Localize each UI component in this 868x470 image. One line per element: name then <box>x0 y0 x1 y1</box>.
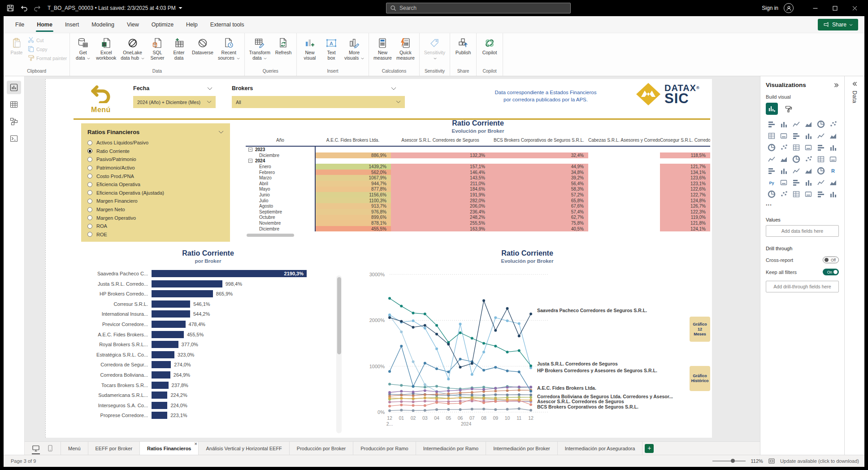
ribbon-excel-workbook-button[interactable]: XExcelworkbook <box>94 35 118 61</box>
menu-tab-help[interactable]: Help <box>180 16 204 33</box>
ribbon-copy-button[interactable]: Copy <box>28 46 67 53</box>
minimize-button[interactable] <box>805 0 825 16</box>
ribbon-refresh-button[interactable]: Refresh <box>273 35 294 61</box>
ribbon-transform-data-button[interactable]: Transformdata <box>247 35 272 61</box>
menu-button-label[interactable]: Menú <box>84 106 117 114</box>
ratio-corriente-bar-chart[interactable]: Ratio Corriente por Broker Saavedra Pach… <box>74 249 342 437</box>
page-tab-intermediaci-n-por-ramo[interactable]: Intermediación por Ramo <box>416 442 486 455</box>
menu-tab-modeling[interactable]: Modeling <box>85 16 121 33</box>
fit-to-page-icon[interactable] <box>768 458 775 464</box>
ratio-corriente-matrix[interactable]: Ratio Corriente Evolución por Broker Año… <box>246 119 710 237</box>
kpi-icon[interactable] <box>778 165 790 176</box>
page-tab-producci-n-por-ramo[interactable]: Producción por Ramo <box>353 442 416 455</box>
matrix-h-scrollbar[interactable] <box>246 233 710 237</box>
treemap-icon[interactable] <box>828 142 839 152</box>
grafico-historico-button[interactable]: GráficoHistórico <box>690 366 710 391</box>
menu-tab-home[interactable]: Home <box>30 16 59 33</box>
area-chart-icon[interactable] <box>778 131 790 141</box>
bar-row[interactable]: Royal Brokers S.R.L...377,0% <box>74 341 342 348</box>
key-influencers-icon[interactable] <box>778 177 790 187</box>
add-drill-through-fields-well[interactable]: Add drill-through fields here <box>766 281 839 292</box>
100-stacked-column-chart-icon[interactable] <box>828 119 839 129</box>
brokers-collapse-icon[interactable] <box>391 87 396 91</box>
ribbon-recent-sources-button[interactable]: Recentsources <box>216 35 242 61</box>
paginated-report-icon[interactable] <box>766 189 777 199</box>
radio-option-eficiencia-operativa-ajustada[interactable]: Eficiencia Operativa (Ajustada) <box>87 189 224 197</box>
radio-option-margen-financiero[interactable]: Margen Financiero <box>87 197 224 205</box>
get-more-visuals-icon[interactable] <box>828 189 839 199</box>
page-tab-intermediaci-n-por-aseguradora[interactable]: Intermediación por Aseguradora <box>558 442 643 455</box>
radio-option-margen-operativo[interactable]: Margen Operativo <box>87 213 224 222</box>
menu-tab-insert[interactable]: Insert <box>59 16 85 33</box>
page-tab-an-lisis-vertical-y-horizontal-eeff[interactable]: Análisis Vertical y Horizontal EEFF <box>199 442 289 455</box>
page-tab-eeff-por-broker[interactable]: EEFF por Broker <box>88 442 140 455</box>
line-and-stacked-column-chart-icon[interactable] <box>803 131 814 141</box>
line-and-clustered-column-chart-icon[interactable] <box>815 131 826 141</box>
bar-row[interactable]: International Insura...544,2% <box>74 310 342 318</box>
bar-row[interactable]: Corredora Boliviana...264,9% <box>74 371 342 379</box>
dax-query-view-button[interactable] <box>7 132 21 145</box>
radio-option-roe[interactable]: ROE <box>87 231 224 239</box>
ribbon-paste-button[interactable]: Paste <box>6 35 27 57</box>
fecha-slicer-value[interactable]: 2024 (Año) + Diciembre (Mes) <box>133 96 216 108</box>
format-visual-tab[interactable] <box>782 103 794 115</box>
bar-row[interactable]: Sudamericana S.R.L...224,2% <box>74 392 342 399</box>
cross-report-toggle[interactable]: Off <box>823 257 839 263</box>
radio-option-eficiencia-operativa[interactable]: Eficiencia Operativa <box>87 180 224 189</box>
bar-row[interactable]: HP Brokers Corredo...865,9% <box>74 290 342 297</box>
page-tab-men[interactable]: Menú <box>61 442 88 455</box>
expand-pane-icon[interactable] <box>852 82 857 86</box>
radio-option-roa[interactable]: ROA <box>87 222 224 231</box>
update-available-link[interactable]: Update available (click to download) <box>780 458 859 464</box>
pie-chart-icon[interactable] <box>803 142 814 152</box>
maximize-button[interactable] <box>825 0 845 16</box>
table-icon[interactable] <box>803 165 814 176</box>
more-visual-options[interactable]: ... <box>766 200 839 207</box>
zoom-slider[interactable] <box>712 461 746 461</box>
100-stacked-bar-chart-icon[interactable] <box>815 119 826 129</box>
ribbon-more-visuals-button[interactable]: Morevisuals <box>343 35 366 61</box>
account-avatar[interactable] <box>784 3 794 13</box>
ribbon-chart-icon[interactable] <box>828 131 839 141</box>
radio-option-ratio-corriente[interactable]: Ratio Corriente <box>87 147 224 156</box>
metrics-icon[interactable] <box>828 177 839 187</box>
ribbon-publish-button[interactable]: Publish <box>453 35 473 61</box>
menu-back-button[interactable] <box>91 84 111 105</box>
bar-row[interactable]: Corredora de Segur...274,0% <box>74 361 342 368</box>
shape-map-icon[interactable] <box>790 154 802 164</box>
radio-option-patrimonio-activo[interactable]: Patrimonio/Activo <box>87 164 224 172</box>
page-tab-ratios-financieros[interactable]: Ratios Financieros✕ <box>140 442 199 455</box>
report-view-button[interactable] <box>7 81 21 94</box>
ribbon-sensitivity-button[interactable]: Sensitivity <box>422 35 447 61</box>
radio-option-margen-neto[interactable]: Margen Neto <box>87 205 224 214</box>
ratio-corriente-line-chart[interactable]: Ratio Corriente Evolución por Broker 0%1… <box>343 249 711 437</box>
gauge-icon[interactable] <box>815 154 826 164</box>
matrix-icon[interactable] <box>815 165 826 176</box>
page-tab-producci-n-por-broker[interactable]: Producción por Broker <box>290 442 353 455</box>
bar-row[interactable]: Estratégica S.R.L. Co...323,0% <box>74 351 342 358</box>
map-icon[interactable] <box>766 154 777 164</box>
collapse-pane-icon[interactable] <box>834 83 839 87</box>
menu-tab-external-tools[interactable]: External tools <box>204 16 251 33</box>
bar-row[interactable]: Interseguros S.A. Co...224,0% <box>74 402 342 409</box>
arcgis-map-icon[interactable] <box>778 189 790 199</box>
save-icon[interactable] <box>4 0 17 16</box>
mobile-layout-icon[interactable] <box>44 443 56 454</box>
grafico-12-meses-button[interactable]: Gráfico12Meses <box>690 317 710 342</box>
q-and-a-icon[interactable] <box>803 177 814 187</box>
bar-row[interactable]: Justa S.R.L. Corredo...998,4% <box>74 280 342 287</box>
power-automate-icon[interactable] <box>803 189 814 199</box>
close-tab-icon[interactable]: ✕ <box>194 442 198 446</box>
page-tab-intermediaci-n-por-broker[interactable]: Intermediación por Broker <box>486 442 558 455</box>
share-button[interactable]: Share <box>818 19 858 30</box>
bar-row[interactable]: Saavedra Pacheco C...2190,3% <box>74 270 342 277</box>
redo-icon[interactable] <box>30 0 44 16</box>
python-visual-icon[interactable]: Py <box>766 177 777 187</box>
bar-row[interactable]: Corresur S.R.L.546,1% <box>74 300 342 308</box>
bar-row[interactable]: A.E.C. Fides Brokers...455,5% <box>74 331 342 338</box>
multi-row-card-icon[interactable] <box>766 165 777 176</box>
ribbon-cut-button[interactable]: Cut <box>28 37 67 44</box>
azure-map-icon[interactable] <box>803 154 814 164</box>
add-data-fields-well[interactable]: Add data fields here <box>766 225 839 237</box>
search-input[interactable]: Search <box>386 3 571 13</box>
